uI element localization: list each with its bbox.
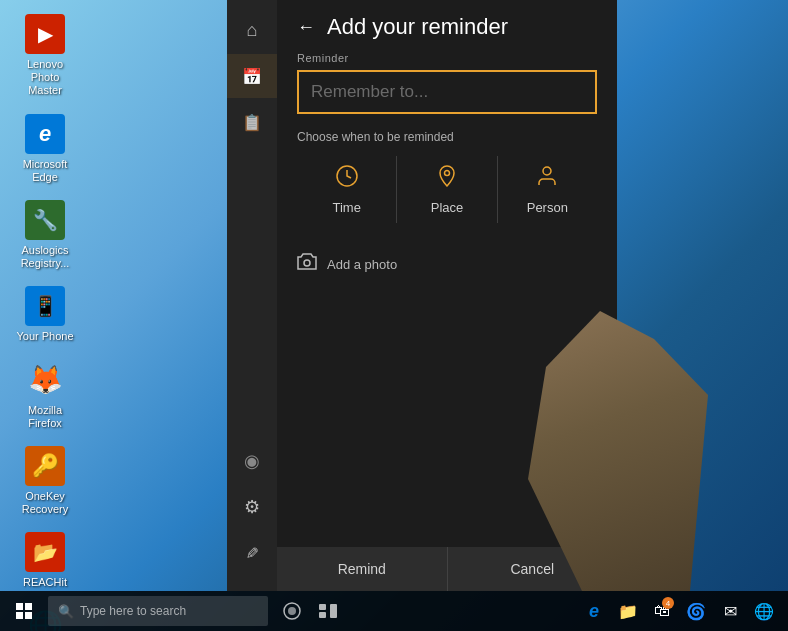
panel-title: Add your reminder <box>327 14 508 40</box>
windows-logo-icon <box>16 603 32 619</box>
taskbar-store-icon[interactable]: 🛍 4 <box>646 591 678 631</box>
icon-label-your-phone: Your Phone <box>16 330 73 343</box>
remind-button[interactable]: Remind <box>277 547 447 591</box>
add-photo-label: Add a photo <box>327 257 397 272</box>
back-button[interactable]: ← <box>297 17 315 38</box>
desktop-icon-lenovo[interactable]: ▶ LenovoPhoto Master <box>10 10 80 102</box>
sidebar-item-settings[interactable]: ⚙ <box>227 485 277 529</box>
camera-icon <box>297 253 317 276</box>
taskbar-center-icons <box>276 591 344 631</box>
panel-footer: Remind Cancel <box>277 547 617 591</box>
reminder-options: Time Place Person <box>277 156 617 223</box>
add-photo-button[interactable]: Add a photo <box>277 233 617 296</box>
svg-point-2 <box>543 167 551 175</box>
reminder-panel: ← Add your reminder Reminder Choose when… <box>277 0 617 591</box>
desktop-icon-reachit[interactable]: 📂 REACHit <box>10 528 80 593</box>
reminder-field-label: Reminder <box>277 48 617 70</box>
clipboard-icon: 📋 <box>242 113 262 132</box>
desktop: ▶ LenovoPhoto Master e Microsoft Edge 🔧 … <box>0 0 788 631</box>
taskbar-mail-icon[interactable]: ✉ <box>714 591 746 631</box>
icon-label-reachit: REACHit <box>23 576 67 589</box>
sidebar-bottom: ◉ ⚙ ✎ <box>227 439 277 575</box>
desktop-icons-container: ▶ LenovoPhoto Master e Microsoft Edge 🔧 … <box>10 10 80 631</box>
taskbar-task-view-icon[interactable] <box>312 591 344 631</box>
sidebar-item-home[interactable]: ⌂ <box>227 8 277 52</box>
sidebar-item-reminder[interactable]: 📅 <box>227 54 277 98</box>
sidebar-top: ⌂ 📅 📋 <box>227 0 277 144</box>
reminder-icon: 📅 <box>242 67 262 86</box>
svg-point-8 <box>288 607 296 615</box>
sidebar-item-cortana[interactable]: ◉ <box>227 439 277 483</box>
icon-label-onekey: OneKeyRecovery <box>22 490 68 516</box>
time-icon <box>335 164 359 194</box>
svg-rect-10 <box>319 612 326 618</box>
home-icon: ⌂ <box>247 20 258 41</box>
cortana-sidebar: ⌂ 📅 📋 ◉ ⚙ ✎ <box>227 0 277 591</box>
svg-point-3 <box>304 260 310 266</box>
taskbar: 🔍 Type here to search e 📁 🛍 4 🌀 ✉ 🌐 <box>0 591 788 631</box>
place-label: Place <box>431 200 464 215</box>
store-badge: 4 <box>662 597 674 609</box>
reminder-input-container <box>297 70 597 114</box>
choose-when-label: Choose when to be reminded <box>277 130 617 156</box>
taskbar-explorer-icon[interactable]: 📁 <box>612 591 644 631</box>
sidebar-item-clipboard[interactable]: 📋 <box>227 100 277 144</box>
taskbar-edge-icon[interactable]: e <box>578 591 610 631</box>
panel-header: ← Add your reminder <box>277 0 617 48</box>
desktop-icon-auslogics[interactable]: 🔧 AuslogicsRegistry... <box>10 196 80 274</box>
taskbar-cortana-icon[interactable] <box>276 591 308 631</box>
cancel-button[interactable]: Cancel <box>447 547 618 591</box>
reminder-option-person[interactable]: Person <box>498 156 597 223</box>
desktop-icon-onekey[interactable]: 🔑 OneKeyRecovery <box>10 442 80 520</box>
taskbar-system-icons: e 📁 🛍 4 🌀 ✉ 🌐 <box>578 591 788 631</box>
taskbar-icon-1[interactable]: 🌀 <box>680 591 712 631</box>
svg-point-1 <box>444 171 449 176</box>
time-label: Time <box>332 200 360 215</box>
reminder-option-place[interactable]: Place <box>396 156 497 223</box>
person-label: Person <box>527 200 568 215</box>
icon-label-auslogics: AuslogicsRegistry... <box>21 244 70 270</box>
desktop-icon-firefox[interactable]: 🦊 MozillaFirefox <box>10 356 80 434</box>
search-icon: 🔍 <box>58 604 74 619</box>
reminder-input[interactable] <box>299 72 595 112</box>
feedback-icon: ✎ <box>246 544 259 563</box>
start-button[interactable] <box>0 591 48 631</box>
svg-rect-9 <box>319 604 326 610</box>
icon-label-lenovo: LenovoPhoto Master <box>14 58 76 98</box>
svg-rect-11 <box>330 604 337 618</box>
sidebar-item-feedback[interactable]: ✎ <box>227 531 277 575</box>
desktop-icon-edge[interactable]: e Microsoft Edge <box>10 110 80 188</box>
icon-label-edge: Microsoft Edge <box>14 158 76 184</box>
mic-icon[interactable] <box>587 514 601 539</box>
settings-icon: ⚙ <box>244 496 260 518</box>
search-placeholder: Type here to search <box>80 604 186 618</box>
desktop-icon-your-phone[interactable]: 📱 Your Phone <box>10 282 80 347</box>
person-icon <box>535 164 559 194</box>
taskbar-search-area[interactable]: 🔍 Type here to search <box>48 596 268 626</box>
svg-rect-4 <box>591 515 597 526</box>
icon-label-firefox: MozillaFirefox <box>28 404 62 430</box>
cortana-circle-icon: ◉ <box>244 450 260 472</box>
reminder-option-time[interactable]: Time <box>297 156 396 223</box>
taskbar-icon-2[interactable]: 🌐 <box>748 591 780 631</box>
place-icon <box>435 164 459 194</box>
